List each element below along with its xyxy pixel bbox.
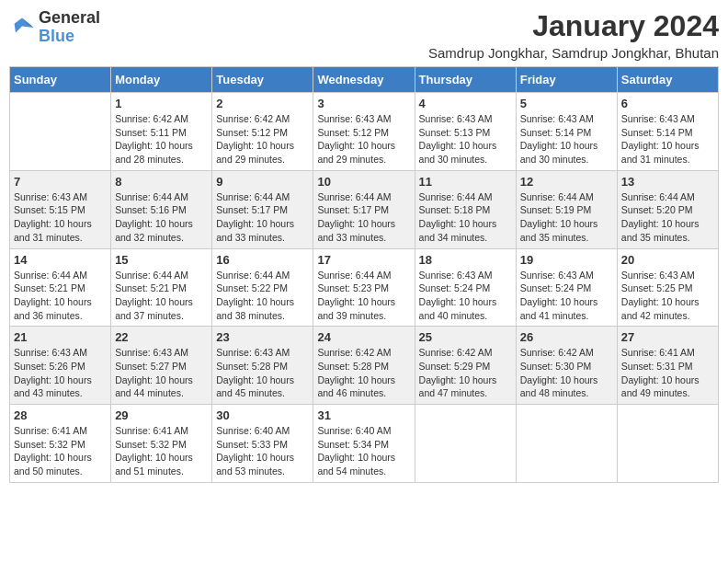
day-number: 21 bbox=[14, 330, 107, 344]
day-info: Sunrise: 6:43 AMSunset: 5:24 PMDaylight:… bbox=[520, 269, 613, 323]
calendar-week-row: 28Sunrise: 6:41 AMSunset: 5:32 PMDayligh… bbox=[10, 405, 719, 483]
day-info: Sunrise: 6:44 AMSunset: 5:19 PMDaylight:… bbox=[520, 190, 613, 245]
day-number: 10 bbox=[317, 175, 410, 189]
day-number: 22 bbox=[115, 330, 208, 344]
calendar-cell: 28Sunrise: 6:41 AMSunset: 5:32 PMDayligh… bbox=[10, 405, 111, 483]
day-number: 20 bbox=[621, 253, 714, 267]
calendar-cell: 5Sunrise: 6:43 AMSunset: 5:14 PMDaylight… bbox=[516, 93, 617, 171]
day-info: Sunrise: 6:44 AMSunset: 5:18 PMDaylight:… bbox=[419, 190, 512, 245]
day-number: 14 bbox=[14, 253, 107, 267]
day-number: 19 bbox=[520, 253, 613, 267]
day-info: Sunrise: 6:41 AMSunset: 5:32 PMDaylight:… bbox=[115, 424, 208, 478]
header-tuesday: Tuesday bbox=[212, 67, 313, 93]
calendar-cell bbox=[415, 405, 516, 483]
day-info: Sunrise: 6:40 AMSunset: 5:34 PMDaylight:… bbox=[317, 424, 410, 478]
day-info: Sunrise: 6:43 AMSunset: 5:24 PMDaylight:… bbox=[419, 269, 512, 323]
day-number: 16 bbox=[216, 253, 309, 267]
calendar-cell: 12Sunrise: 6:44 AMSunset: 5:19 PMDayligh… bbox=[516, 170, 617, 248]
calendar-cell: 23Sunrise: 6:43 AMSunset: 5:28 PMDayligh… bbox=[212, 327, 313, 405]
calendar-header-row: SundayMondayTuesdayWednesdayThursdayFrid… bbox=[10, 67, 719, 93]
day-number: 27 bbox=[621, 330, 714, 344]
day-info: Sunrise: 6:44 AMSunset: 5:16 PMDaylight:… bbox=[115, 190, 208, 245]
day-number: 12 bbox=[520, 175, 613, 189]
calendar-cell: 9Sunrise: 6:44 AMSunset: 5:17 PMDaylight… bbox=[212, 170, 313, 248]
calendar-cell: 8Sunrise: 6:44 AMSunset: 5:16 PMDaylight… bbox=[111, 170, 212, 248]
calendar-week-row: 21Sunrise: 6:43 AMSunset: 5:26 PMDayligh… bbox=[10, 327, 719, 405]
day-number: 15 bbox=[115, 253, 208, 267]
day-number: 31 bbox=[317, 408, 410, 422]
calendar-cell: 4Sunrise: 6:43 AMSunset: 5:13 PMDaylight… bbox=[415, 93, 516, 171]
day-info: Sunrise: 6:44 AMSunset: 5:21 PMDaylight:… bbox=[115, 269, 208, 323]
calendar-cell: 30Sunrise: 6:40 AMSunset: 5:33 PMDayligh… bbox=[212, 405, 313, 483]
calendar-cell: 3Sunrise: 6:43 AMSunset: 5:12 PMDaylight… bbox=[313, 93, 415, 171]
calendar-cell: 20Sunrise: 6:43 AMSunset: 5:25 PMDayligh… bbox=[617, 248, 718, 327]
day-number: 30 bbox=[216, 408, 309, 422]
calendar-cell: 19Sunrise: 6:43 AMSunset: 5:24 PMDayligh… bbox=[516, 248, 617, 327]
header: General Blue January 2024 Samdrup Jongkh… bbox=[9, 9, 719, 61]
calendar-cell: 27Sunrise: 6:41 AMSunset: 5:31 PMDayligh… bbox=[617, 327, 718, 405]
calendar-cell bbox=[617, 405, 718, 483]
day-number: 11 bbox=[419, 175, 512, 189]
day-info: Sunrise: 6:42 AMSunset: 5:30 PMDaylight:… bbox=[520, 346, 613, 400]
day-info: Sunrise: 6:42 AMSunset: 5:12 PMDaylight:… bbox=[216, 112, 309, 167]
day-info: Sunrise: 6:44 AMSunset: 5:17 PMDaylight:… bbox=[317, 190, 410, 245]
calendar-week-row: 7Sunrise: 6:43 AMSunset: 5:15 PMDaylight… bbox=[10, 170, 719, 248]
day-info: Sunrise: 6:44 AMSunset: 5:23 PMDaylight:… bbox=[317, 269, 410, 323]
logo-blue: Blue bbox=[39, 28, 100, 46]
calendar-cell: 29Sunrise: 6:41 AMSunset: 5:32 PMDayligh… bbox=[111, 405, 212, 483]
day-info: Sunrise: 6:40 AMSunset: 5:33 PMDaylight:… bbox=[216, 424, 309, 478]
calendar-cell: 24Sunrise: 6:42 AMSunset: 5:28 PMDayligh… bbox=[313, 327, 415, 405]
calendar-cell: 1Sunrise: 6:42 AMSunset: 5:11 PMDaylight… bbox=[111, 93, 212, 171]
day-number: 28 bbox=[14, 408, 107, 422]
day-info: Sunrise: 6:44 AMSunset: 5:17 PMDaylight:… bbox=[216, 190, 309, 245]
day-info: Sunrise: 6:43 AMSunset: 5:26 PMDaylight:… bbox=[14, 346, 107, 400]
calendar-cell: 13Sunrise: 6:44 AMSunset: 5:20 PMDayligh… bbox=[617, 170, 718, 248]
logo-bird-icon bbox=[9, 15, 35, 40]
day-info: Sunrise: 6:43 AMSunset: 5:27 PMDaylight:… bbox=[115, 346, 208, 400]
day-info: Sunrise: 6:43 AMSunset: 5:13 PMDaylight:… bbox=[419, 112, 512, 167]
header-monday: Monday bbox=[111, 67, 212, 93]
day-number: 6 bbox=[621, 97, 714, 110]
day-info: Sunrise: 6:42 AMSunset: 5:29 PMDaylight:… bbox=[419, 346, 512, 400]
day-info: Sunrise: 6:44 AMSunset: 5:20 PMDaylight:… bbox=[621, 190, 714, 245]
location-subtitle: Samdrup Jongkhar, Samdrup Jongkhar, Bhut… bbox=[428, 45, 719, 61]
calendar-cell: 14Sunrise: 6:44 AMSunset: 5:21 PMDayligh… bbox=[10, 248, 111, 327]
day-info: Sunrise: 6:43 AMSunset: 5:25 PMDaylight:… bbox=[621, 269, 714, 323]
calendar-cell: 22Sunrise: 6:43 AMSunset: 5:27 PMDayligh… bbox=[111, 327, 212, 405]
day-number: 8 bbox=[115, 175, 208, 189]
calendar-cell: 31Sunrise: 6:40 AMSunset: 5:34 PMDayligh… bbox=[313, 405, 415, 483]
day-info: Sunrise: 6:43 AMSunset: 5:14 PMDaylight:… bbox=[520, 112, 613, 167]
month-year-title: January 2024 bbox=[428, 9, 719, 43]
day-number: 18 bbox=[419, 253, 512, 267]
header-sunday: Sunday bbox=[10, 67, 111, 93]
day-info: Sunrise: 6:41 AMSunset: 5:32 PMDaylight:… bbox=[14, 424, 107, 478]
day-number: 13 bbox=[621, 175, 714, 189]
day-number: 2 bbox=[216, 97, 309, 110]
day-number: 3 bbox=[317, 97, 410, 110]
calendar-week-row: 14Sunrise: 6:44 AMSunset: 5:21 PMDayligh… bbox=[10, 248, 719, 327]
day-info: Sunrise: 6:43 AMSunset: 5:28 PMDaylight:… bbox=[216, 346, 309, 400]
calendar-cell: 17Sunrise: 6:44 AMSunset: 5:23 PMDayligh… bbox=[313, 248, 415, 327]
title-area: January 2024 Samdrup Jongkhar, Samdrup J… bbox=[428, 9, 719, 61]
day-info: Sunrise: 6:42 AMSunset: 5:11 PMDaylight:… bbox=[115, 112, 208, 167]
day-info: Sunrise: 6:43 AMSunset: 5:15 PMDaylight:… bbox=[14, 190, 107, 245]
header-friday: Friday bbox=[516, 67, 617, 93]
calendar-cell: 15Sunrise: 6:44 AMSunset: 5:21 PMDayligh… bbox=[111, 248, 212, 327]
logo: General Blue bbox=[9, 9, 100, 46]
calendar-cell: 18Sunrise: 6:43 AMSunset: 5:24 PMDayligh… bbox=[415, 248, 516, 327]
day-number: 26 bbox=[520, 330, 613, 344]
day-info: Sunrise: 6:41 AMSunset: 5:31 PMDaylight:… bbox=[621, 346, 714, 400]
calendar-cell: 21Sunrise: 6:43 AMSunset: 5:26 PMDayligh… bbox=[10, 327, 111, 405]
calendar-cell: 25Sunrise: 6:42 AMSunset: 5:29 PMDayligh… bbox=[415, 327, 516, 405]
calendar-cell: 11Sunrise: 6:44 AMSunset: 5:18 PMDayligh… bbox=[415, 170, 516, 248]
logo-general: General bbox=[39, 9, 100, 28]
day-info: Sunrise: 6:42 AMSunset: 5:28 PMDaylight:… bbox=[317, 346, 410, 400]
day-number: 25 bbox=[419, 330, 512, 344]
calendar-cell: 10Sunrise: 6:44 AMSunset: 5:17 PMDayligh… bbox=[313, 170, 415, 248]
calendar-cell: 26Sunrise: 6:42 AMSunset: 5:30 PMDayligh… bbox=[516, 327, 617, 405]
day-number: 24 bbox=[317, 330, 410, 344]
header-wednesday: Wednesday bbox=[313, 67, 415, 93]
day-info: Sunrise: 6:44 AMSunset: 5:21 PMDaylight:… bbox=[14, 269, 107, 323]
day-number: 1 bbox=[115, 97, 208, 110]
day-number: 23 bbox=[216, 330, 309, 344]
